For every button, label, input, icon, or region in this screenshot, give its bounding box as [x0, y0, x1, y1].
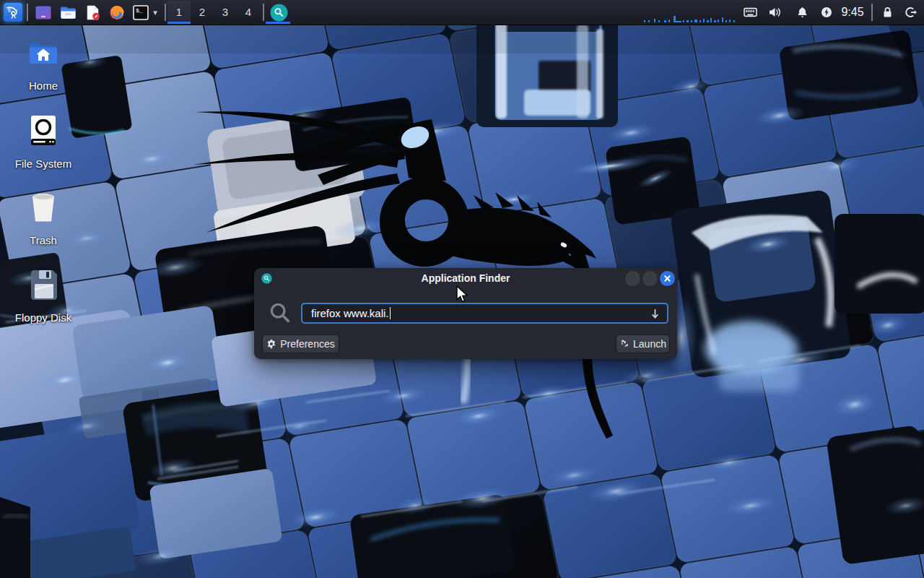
svg-text:$_: $_ [136, 7, 143, 14]
